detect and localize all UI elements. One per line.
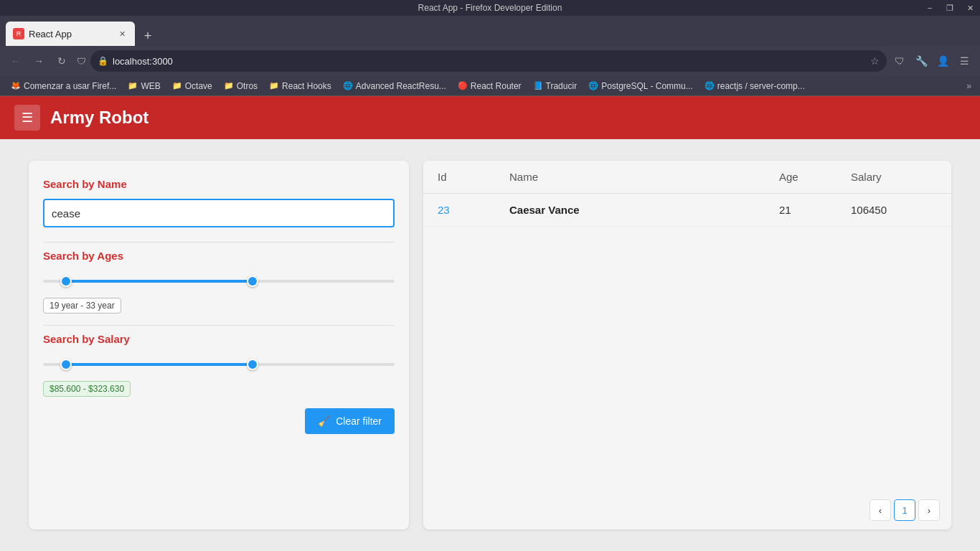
shield-icon: 🛡 <box>75 55 88 67</box>
col-header-salary: Salary <box>851 171 937 183</box>
search-by-salary-title: Search by Salary <box>43 333 395 345</box>
nav-right-icons: 🛡 🔧 👤 ☰ <box>890 51 974 71</box>
cell-id[interactable]: 23 <box>438 204 509 216</box>
search-name-input[interactable] <box>43 199 395 227</box>
shield-extension-icon[interactable]: 🛡 <box>890 51 910 71</box>
salary-fill-bar <box>61 363 255 366</box>
bookmark-router-icon: 🔴 <box>458 81 468 90</box>
col-header-name: Name <box>509 171 779 183</box>
bookmark-firefox-label: Comenzar a usar Firef... <box>24 81 116 91</box>
bookmark-advanced-label: Advanced ReactResu... <box>356 81 446 91</box>
bookmark-traducir[interactable]: 📘 Traducir <box>528 80 583 93</box>
app-header: ☰ Army Robot <box>0 96 980 139</box>
app-logo: ☰ <box>14 105 40 131</box>
address-url: localhost:3000 <box>113 56 173 67</box>
cell-age: 21 <box>779 204 851 216</box>
results-panel: Id Name Age Salary 23 Caesar Vance 21 10… <box>423 161 951 529</box>
table-row: 23 Caesar Vance 21 106450 <box>423 194 951 227</box>
bookmark-firefox[interactable]: 🦊 Comenzar a usar Firef... <box>6 80 121 93</box>
bookmark-reactjs-icon: 🌐 <box>705 81 715 90</box>
bookmark-router-label: React Router <box>471 81 522 91</box>
bookmark-otros-icon: 📁 <box>224 81 234 90</box>
minimize-button[interactable]: − <box>920 0 940 16</box>
main-content: Search by Name Search by Ages 19 year - … <box>0 139 980 551</box>
bookmark-web-icon: 📁 <box>128 81 138 90</box>
bookmarks-more-button[interactable]: » <box>963 80 974 93</box>
search-by-ages-title: Search by Ages <box>43 250 395 262</box>
next-page-button[interactable]: › <box>918 499 940 521</box>
col-header-id: Id <box>438 171 509 183</box>
prev-page-button[interactable]: ‹ <box>870 499 891 521</box>
bookmark-web[interactable]: 📁 WEB <box>123 80 165 93</box>
close-button[interactable]: ✕ <box>960 0 980 16</box>
reload-button[interactable]: ↻ <box>52 51 72 71</box>
tab-label: React App <box>29 29 72 39</box>
menu-icon[interactable]: ☰ <box>954 51 974 71</box>
navbar: ← → ↻ 🛡 🔒 localhost:3000 ☆ 🛡 🔧 👤 ☰ <box>0 46 980 76</box>
bookmark-advanced-icon: 🌐 <box>343 81 353 90</box>
bookmark-star-icon[interactable]: ☆ <box>870 55 880 67</box>
cell-salary: 106450 <box>851 204 937 216</box>
address-bar[interactable]: 🔒 localhost:3000 ☆ <box>90 50 887 72</box>
clear-filter-label: Clear filter <box>336 415 382 427</box>
titlebar-title: React App - Firefox Developer Edition <box>418 3 562 13</box>
bookmark-postgresql[interactable]: 🌐 PostgreSQL - Commu... <box>583 80 698 93</box>
bookmark-traducir-label: Traducir <box>546 81 578 91</box>
clear-filter-icon: 🧹 <box>318 415 330 427</box>
clear-filter-button[interactable]: 🧹 Clear filter <box>305 408 395 434</box>
filter-panel: Search by Name Search by Ages 19 year - … <box>29 161 409 529</box>
extensions-icon[interactable]: 🔧 <box>911 51 931 71</box>
col-header-age: Age <box>779 171 851 183</box>
bookmark-postgresql-label: PostgreSQL - Commu... <box>601 81 693 91</box>
bookmark-octave-label: Octave <box>185 81 212 91</box>
bookmarks-bar: 🦊 Comenzar a usar Firef... 📁 WEB 📁 Octav… <box>0 76 980 96</box>
age-range-wrapper <box>43 270 395 292</box>
forward-button[interactable]: → <box>29 51 49 71</box>
bookmark-reactjs-label: reactjs / server-comp... <box>717 81 805 91</box>
age-section: Search by Ages 19 year - 33 year <box>43 250 395 314</box>
bookmark-react-router[interactable]: 🔴 React Router <box>453 80 527 93</box>
titlebar: React App - Firefox Developer Edition − … <box>0 0 980 16</box>
bookmark-postgresql-icon: 🌐 <box>588 81 598 90</box>
bookmark-otros-label: Otros <box>237 81 258 91</box>
bookmark-otros[interactable]: 📁 Otros <box>219 80 263 93</box>
bookmark-react-hooks-icon: 📁 <box>269 81 279 90</box>
bookmark-advanced-react[interactable]: 🌐 Advanced ReactResu... <box>338 80 451 93</box>
bookmark-traducir-icon: 📘 <box>533 81 543 90</box>
new-tab-button[interactable]: + <box>138 26 158 46</box>
filter-bottom: 🧹 Clear filter <box>43 408 395 434</box>
salary-range-wrapper <box>43 354 395 375</box>
bookmark-octave[interactable]: 📁 Octave <box>167 80 217 93</box>
app-title: Army Robot <box>50 108 149 128</box>
tabbar: R React App ✕ + <box>0 16 980 46</box>
bookmark-react-hooks[interactable]: 📁 React Hooks <box>264 80 336 93</box>
profile-icon[interactable]: 👤 <box>933 51 953 71</box>
bookmark-octave-icon: 📁 <box>172 81 182 90</box>
lock-icon: 🔒 <box>98 56 108 66</box>
titlebar-controls: − ❐ ✕ <box>920 0 980 16</box>
tab-react-app[interactable]: R React App ✕ <box>6 22 135 46</box>
pagination: ‹ 1 › <box>423 491 951 529</box>
restore-button[interactable]: ❐ <box>940 0 960 16</box>
age-fill-bar <box>61 280 255 283</box>
search-by-name-title: Search by Name <box>43 178 395 190</box>
bookmark-react-hooks-label: React Hooks <box>282 81 331 91</box>
back-button[interactable]: ← <box>6 51 26 71</box>
age-range-label: 19 year - 33 year <box>43 298 121 314</box>
bookmark-reactjs[interactable]: 🌐 reactjs / server-comp... <box>699 80 810 93</box>
age-divider <box>43 242 395 242</box>
bookmark-web-label: WEB <box>141 81 160 91</box>
tab-close-button[interactable]: ✕ <box>116 28 128 39</box>
salary-section: Search by Salary $85.600 - $323.630 <box>43 333 395 397</box>
cell-name: Caesar Vance <box>509 204 779 216</box>
bookmark-firefox-icon: 🦊 <box>11 81 21 90</box>
tab-favicon: R <box>13 28 24 39</box>
page-1-button[interactable]: 1 <box>894 499 915 521</box>
salary-divider <box>43 325 395 326</box>
salary-range-label: $85.600 - $323.630 <box>43 381 131 397</box>
table-header: Id Name Age Salary <box>423 161 951 194</box>
